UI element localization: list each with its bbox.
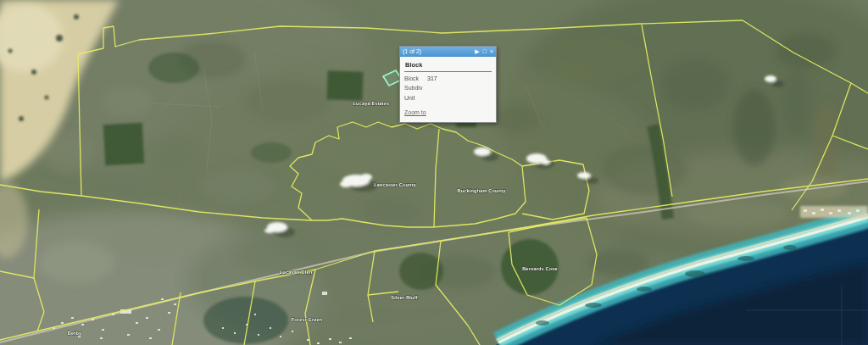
attribute-label: Subdiv	[404, 85, 427, 92]
attribute-row: Block 317	[404, 75, 492, 82]
attribute-row: Unit	[404, 95, 492, 102]
zoom-to-link[interactable]: Zoom to	[404, 109, 426, 115]
label-silver-bluff: Silver Bluff	[391, 295, 417, 300]
maximize-icon[interactable]: □	[483, 47, 487, 57]
map-application-window: Lucaya Estates Lancaster County Buckingh…	[0, 0, 868, 345]
popup-body: Block Block 317 Subdiv Unit Zoom to	[400, 57, 496, 122]
label-derby: Derby	[68, 331, 82, 336]
popup-header[interactable]: (1 of 2) ▶ □ ×	[400, 47, 496, 57]
label-lancaster-county: Lancaster County	[374, 182, 416, 187]
popup-title: Block	[404, 59, 492, 72]
identify-popup: (1 of 2) ▶ □ × Block Block 317 Subdiv Un…	[399, 46, 497, 123]
attribute-label: Block	[404, 75, 427, 82]
popup-pagination: (1 of 2)	[403, 47, 421, 57]
label-bernards-cove: Bernards Cove	[522, 266, 558, 271]
label-lucayan-glen: Lucayan Glen	[280, 270, 313, 275]
label-forest-green: Forest Green	[292, 317, 323, 322]
attribute-label: Unit	[404, 95, 427, 102]
label-lucaya-estates: Lucaya Estates	[353, 101, 390, 106]
attribute-row: Subdiv	[404, 85, 492, 92]
close-icon[interactable]: ×	[490, 47, 493, 57]
attribute-value: 317	[427, 75, 437, 82]
next-feature-icon[interactable]: ▶	[475, 47, 479, 57]
label-buckingham-county: Buckingham County	[458, 188, 507, 193]
